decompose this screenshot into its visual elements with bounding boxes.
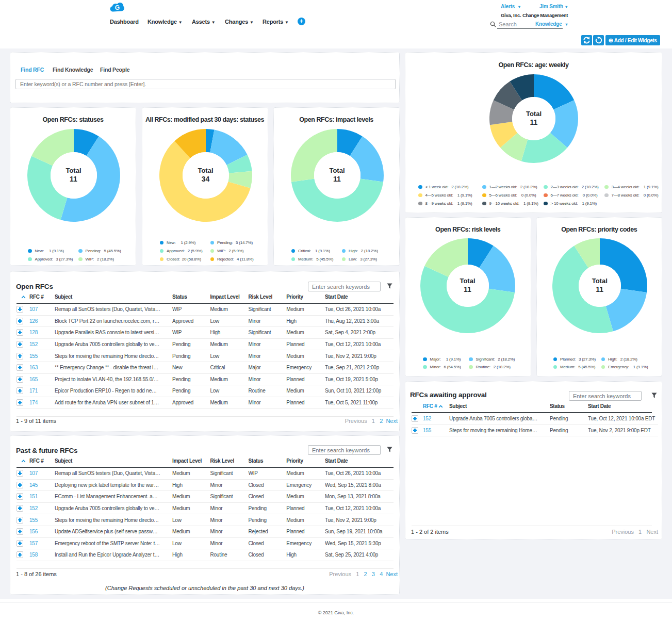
svg-text:G: G — [115, 4, 120, 11]
